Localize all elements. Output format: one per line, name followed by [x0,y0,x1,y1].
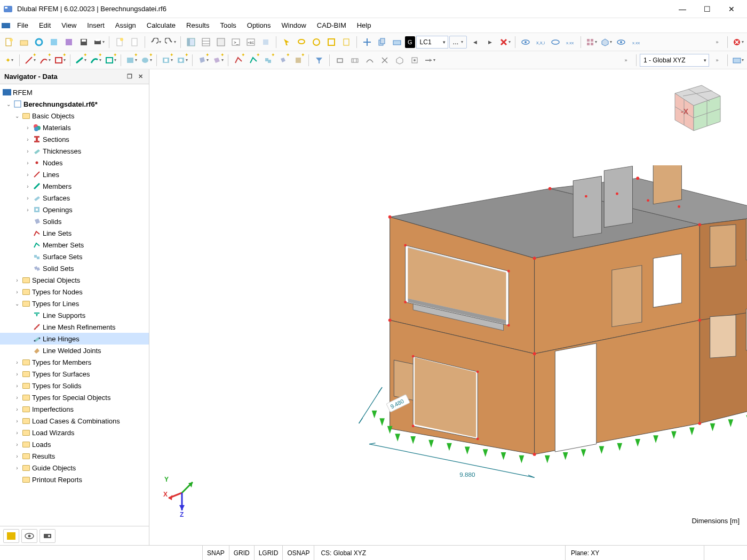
tree-types-for-special[interactable]: ›Types for Special Objects [0,391,149,403]
insert-member-c-icon[interactable]: ✦▾ [104,53,117,67]
status-snap-button[interactable]: SNAP [203,546,229,560]
tree-line-hinges[interactable]: Line Hinges [0,333,149,345]
loadcase-indicator[interactable]: G [405,36,415,48]
filter-icon[interactable] [312,53,326,67]
tree-types-for-solids[interactable]: ›Types for Solids [0,380,149,391]
menu-calculate[interactable]: Calculate [141,18,181,33]
new-page-icon[interactable] [113,35,126,49]
tree-line-sets[interactable]: Line Sets [0,227,149,239]
tree-root[interactable]: RFEM [0,86,149,98]
tree-types-for-lines[interactable]: ⌄Types for Lines [0,298,149,309]
navigator-tab-data-icon[interactable] [3,529,19,543]
tree-special-objects[interactable]: ›Special Objects [0,274,149,286]
loadcase-combo[interactable]: LC1 [416,36,448,49]
tree-solids[interactable]: Solids [0,215,149,227]
expand-icon[interactable]: › [13,383,21,389]
status-osnap-button[interactable]: OSNAP [283,546,314,560]
tree-openings[interactable]: ›Openings [0,204,149,215]
window-close-button[interactable]: ✕ [719,1,744,18]
move-icon[interactable] [360,35,374,49]
expand-icon[interactable]: › [23,207,32,213]
loadcase-more-button[interactable]: ...▾ [449,36,467,49]
tree-thicknesses[interactable]: ›Thicknesses [0,145,149,157]
tree-line-supports[interactable]: Line Supports [0,309,149,321]
view-label-icon[interactable]: x.xx [629,35,643,49]
console-icon[interactable]: >_ [229,35,243,49]
workplane-icon[interactable] [390,35,404,49]
insert-line-b-icon[interactable]: ✦▾ [38,53,52,67]
save-icon[interactable] [77,35,91,49]
expand-icon[interactable]: › [23,125,32,131]
tree-line-mesh-refinements[interactable]: Line Mesh Refinements [0,321,149,333]
workplane-toggle-icon[interactable]: ▾ [731,53,745,67]
tree-file[interactable]: ⌄ Berechnungsdatei.rf6* [0,98,149,110]
block-icon[interactable] [62,35,76,49]
support-a-icon[interactable] [333,53,347,67]
expand-icon[interactable]: › [13,430,21,436]
expand-icon[interactable]: ⌄ [13,113,21,119]
menu-options[interactable]: Options [242,18,276,33]
menu-file[interactable]: File [12,18,34,33]
tree-surface-sets[interactable]: Surface Sets [0,251,149,262]
insert-surface-b-icon[interactable]: ✦▾ [139,53,153,67]
new-file-icon[interactable] [2,35,16,49]
copy-icon[interactable] [375,35,389,49]
view-a-icon[interactable] [519,35,533,49]
tree-load-cases[interactable]: ›Load Cases & Combinations [0,415,149,427]
support-g-icon[interactable]: ▾ [423,53,436,67]
menu-window[interactable]: Window [276,18,312,33]
tree-lines[interactable]: ›Lines [0,169,149,180]
tree-basic-objects[interactable]: ⌄ Basic Objects [0,110,149,122]
panel-icon[interactable] [214,35,228,49]
script-icon[interactable]: >SC [244,35,258,49]
model-viewport[interactable]: -X [149,69,747,545]
menu-app-icon[interactable] [0,18,12,33]
view-eye-icon[interactable] [614,35,628,49]
expand-icon[interactable]: › [13,406,21,412]
window-maximize-button[interactable]: ☐ [695,1,719,18]
navigator-tab-display-icon[interactable] [21,529,37,543]
expand-icon[interactable]: › [13,453,21,459]
expand-icon[interactable]: › [13,359,21,365]
expand-icon[interactable]: › [23,148,32,154]
tree-imperfections[interactable]: ›Imperfections [0,403,149,415]
menu-assign[interactable]: Assign [110,18,141,33]
status-lgrid-button[interactable]: LGRID [255,546,283,560]
calculate-cancel-icon[interactable]: ▾ [731,35,745,49]
set-a-icon[interactable]: ✦ [232,53,245,67]
tree-solid-sets[interactable]: Solid Sets [0,262,149,274]
view-b-icon[interactable]: x,x,x [534,35,547,49]
tree-types-for-members[interactable]: ›Types for Members [0,356,149,368]
window-minimize-button[interactable]: — [670,1,695,18]
navigation-cube[interactable]: -X [662,80,726,133]
tree-types-for-nodes[interactable]: ›Types for Nodes [0,286,149,298]
support-f-icon[interactable] [408,53,422,67]
toolbar2-overflow-a-icon[interactable]: » [619,53,633,67]
expand-icon[interactable]: › [23,183,32,189]
support-e-icon[interactable] [393,53,407,67]
delete-icon[interactable]: ▾ [498,35,512,49]
menu-insert[interactable]: Insert [82,18,110,33]
tree-sections[interactable]: ›Sections [0,133,149,145]
expand-icon[interactable]: › [13,371,21,377]
toolbar1-overflow-icon[interactable]: » [710,35,724,49]
expand-icon[interactable]: › [13,442,21,447]
insert-opening-a-icon[interactable]: ✦▾ [160,53,174,67]
expand-icon[interactable]: › [13,277,21,283]
menu-view[interactable]: View [56,18,82,33]
select-related-icon[interactable] [324,35,338,49]
expand-icon[interactable]: ⌄ [13,301,21,307]
menu-results[interactable]: Results [181,18,214,33]
expand-icon[interactable]: › [13,465,21,471]
set-d-icon[interactable]: ✦ [276,53,290,67]
expand-icon[interactable]: › [13,418,21,424]
tree-member-sets[interactable]: Member Sets [0,239,149,251]
insert-solid-icon[interactable]: ✦▾ [196,53,210,67]
coordinate-system-combo[interactable]: 1 - Global XYZ [640,54,709,67]
page-icon[interactable] [128,35,141,49]
render-mode-icon[interactable]: ▾ [599,35,613,49]
support-c-icon[interactable] [363,53,377,67]
support-b-icon[interactable] [348,53,362,67]
tree-printout[interactable]: Printout Reports [0,474,149,485]
undo-icon[interactable]: ▾ [148,35,162,49]
